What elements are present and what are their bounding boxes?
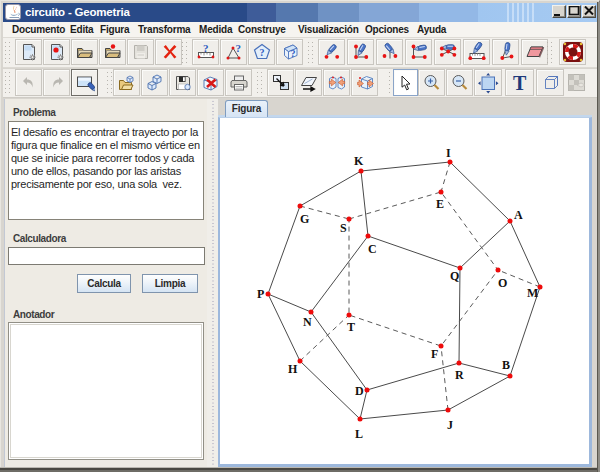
svg-text:?: ? [235,42,241,54]
svg-text:H: H [288,362,298,376]
svg-text:B: B [502,358,510,372]
svg-text:O: O [498,276,507,290]
svg-text:F: F [431,347,438,361]
svg-text:L: L [355,427,363,441]
svg-text:J: J [447,418,453,432]
svg-text:P: P [257,287,264,301]
svg-text:T: T [347,320,355,334]
svg-text:A: A [514,208,523,222]
svg-text:I: I [446,146,451,160]
svg-text:?: ? [259,47,264,58]
svg-text:M: M [527,286,538,300]
svg-text:G: G [300,212,309,226]
svg-text:C: C [368,242,377,256]
svg-text:N: N [303,315,312,329]
svg-text:?: ? [290,48,295,59]
svg-text:K: K [354,154,364,168]
svg-text:E: E [436,197,444,211]
svg-text:D: D [355,384,364,398]
svg-text:Q: Q [450,269,459,283]
svg-text:R: R [455,368,464,382]
svg-text:T: T [513,72,527,94]
svg-text:?: ? [203,42,209,54]
svg-text:S: S [340,221,347,235]
